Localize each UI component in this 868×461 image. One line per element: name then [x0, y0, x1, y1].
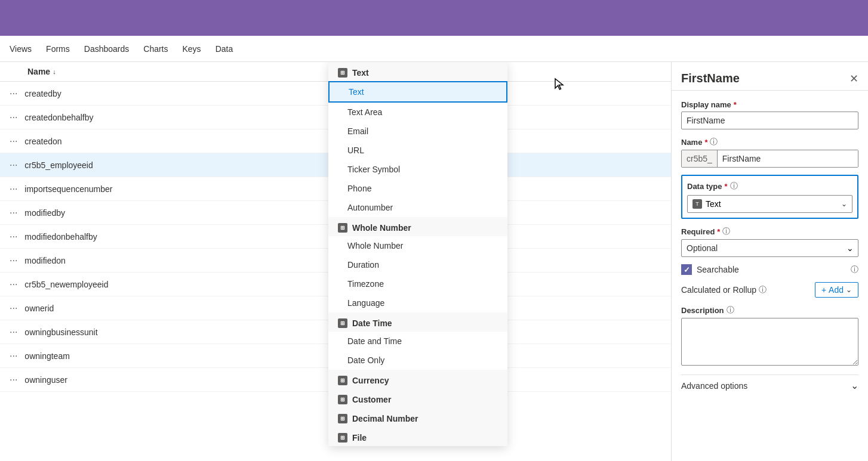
section-icon: ⊞: [338, 223, 347, 233]
name-required: *: [704, 138, 707, 147]
name-sort-icon: ↓: [53, 68, 56, 75]
row-dots[interactable]: ···: [10, 184, 17, 194]
col-name[interactable]: Name ↓: [27, 67, 344, 76]
display-name-required: *: [734, 100, 737, 109]
row-dots[interactable]: ···: [10, 136, 17, 147]
dropdown-item[interactable]: Timezone: [328, 274, 507, 293]
section-label: Currency: [352, 376, 389, 385]
dropdown-item[interactable]: Duration: [328, 255, 507, 274]
description-textarea[interactable]: [681, 318, 858, 366]
row-name: owningteam: [24, 351, 343, 361]
row-dots[interactable]: ···: [10, 327, 17, 338]
required-select-container: Optional Business Required Business Reco…: [681, 239, 858, 257]
row-name: createdonbehalfby: [24, 113, 343, 122]
dropdown-item[interactable]: Phone: [328, 179, 507, 198]
content-area: Name ↓ Data type ↓ ··· createdby ⊞ Looku…: [0, 62, 868, 461]
dropdown-section-header: ⊞Decimal Number: [328, 408, 507, 427]
calc-rollup-row: Calculated or Rollup ⓘ + + Add Add ⌄: [681, 282, 858, 298]
row-name: createdon: [24, 137, 343, 146]
section-icon: ⊞: [338, 433, 347, 443]
required-info-icon[interactable]: ⓘ: [722, 226, 730, 237]
section-icon: ⊞: [338, 68, 347, 78]
dropdown-item[interactable]: Language: [328, 293, 507, 313]
name-info-icon[interactable]: ⓘ: [710, 137, 718, 147]
data-type-label: Data type * ⓘ: [687, 181, 852, 191]
row-dots[interactable]: ···: [10, 279, 17, 290]
section-label: Date Time: [352, 318, 392, 328]
data-type-icon-text: T Text: [692, 199, 721, 209]
section-icon: ⊞: [338, 414, 347, 423]
section-label: Decimal Number: [352, 414, 418, 423]
dropdown-item[interactable]: Date Only: [328, 351, 507, 370]
nav-item-data[interactable]: Data: [216, 42, 233, 56]
right-panel: FirstName ✕ Display name * Name * ⓘ cr5b…: [671, 62, 868, 461]
row-name: createdby: [24, 89, 343, 98]
section-label: Text: [352, 68, 369, 78]
searchable-label: Searchable: [697, 265, 846, 274]
section-label: Customer: [352, 395, 391, 404]
row-dots[interactable]: ···: [10, 112, 17, 123]
dropdown-item[interactable]: Date and Time: [328, 332, 507, 351]
row-dots[interactable]: ···: [10, 208, 17, 218]
dropdown-item[interactable]: Text Area: [328, 103, 507, 122]
panel-close-button[interactable]: ✕: [849, 72, 858, 85]
row-name: modifiedby: [24, 208, 343, 218]
calc-rollup-label: Calculated or Rollup ⓘ: [681, 284, 767, 295]
dropdown-item[interactable]: Email: [328, 122, 507, 141]
data-type-select[interactable]: T Text ⌄: [687, 195, 852, 213]
display-name-label: Display name *: [681, 100, 858, 109]
row-dots[interactable]: ···: [10, 351, 17, 361]
nav-item-charts[interactable]: Charts: [143, 42, 168, 56]
dropdown-item[interactable]: Whole Number: [328, 236, 507, 255]
dropdown-section-header: ⊞Date Time: [328, 313, 507, 332]
required-star: *: [717, 227, 720, 236]
name-label: Name * ⓘ: [681, 137, 858, 147]
row-dots[interactable]: ···: [10, 160, 17, 171]
row-name: modifiedon: [24, 256, 343, 265]
row-dots[interactable]: ···: [10, 255, 17, 266]
dropdown-item[interactable]: Text: [328, 81, 507, 103]
data-type-chevron: ⌄: [841, 200, 847, 208]
row-dots[interactable]: ···: [10, 375, 17, 385]
row-name: modifiedonbehalfby: [24, 232, 343, 242]
calc-rollup-add-button[interactable]: + + Add Add ⌄: [815, 282, 858, 298]
row-dots[interactable]: ···: [10, 231, 17, 242]
row-name: owninguser: [24, 375, 343, 385]
searchable-info-icon[interactable]: ⓘ: [851, 264, 858, 275]
panel-body: Display name * Name * ⓘ cr5b5_ Da: [672, 91, 868, 461]
searchable-checkbox[interactable]: ✓: [681, 264, 692, 275]
panel-title: FirstName: [681, 72, 740, 85]
advanced-options-row[interactable]: Advanced options ⌄: [681, 375, 858, 396]
nav-item-forms[interactable]: Forms: [46, 42, 70, 56]
section-icon: ⊞: [338, 395, 347, 404]
row-dots[interactable]: ···: [10, 303, 17, 314]
dropdown-section-header: ⊞Text: [328, 62, 507, 81]
nav-bar: Views Forms Dashboards Charts Keys Data: [0, 36, 868, 62]
data-type-section: Data type * ⓘ T Text ⌄: [681, 175, 858, 219]
nav-item-keys[interactable]: Keys: [183, 42, 201, 56]
display-name-input[interactable]: [681, 112, 858, 129]
dropdown-item[interactable]: Ticker Symbol: [328, 160, 507, 179]
name-input[interactable]: [718, 150, 858, 167]
nav-item-dashboards[interactable]: Dashboards: [84, 42, 130, 56]
data-type-info-icon[interactable]: ⓘ: [730, 181, 738, 191]
app-container: Views Forms Dashboards Charts Keys Data …: [0, 0, 868, 461]
nav-item-views[interactable]: Views: [10, 42, 32, 56]
data-type-required: *: [725, 182, 728, 191]
text-dt-icon: T: [692, 199, 702, 209]
description-info-icon[interactable]: ⓘ: [727, 305, 734, 315]
panel-header: FirstName ✕: [672, 62, 868, 91]
type-dropdown[interactable]: ⊞TextTextText AreaEmailURLTicker SymbolP…: [328, 62, 507, 446]
dropdown-item[interactable]: Autonumber: [328, 198, 507, 217]
add-icon: +: [821, 285, 826, 295]
section-label: Whole Number: [352, 223, 411, 233]
add-chevron-icon: ⌄: [846, 286, 852, 294]
name-prefix: cr5b5_: [682, 150, 718, 167]
section-icon: ⊞: [338, 318, 347, 328]
row-dots[interactable]: ···: [10, 88, 17, 99]
description-label: Description ⓘ: [681, 305, 858, 315]
dropdown-section-header: ⊞File: [328, 427, 507, 446]
dropdown-item[interactable]: URL: [328, 141, 507, 160]
required-select[interactable]: Optional Business Required Business Reco…: [681, 239, 858, 257]
calc-rollup-info-icon[interactable]: ⓘ: [759, 284, 767, 295]
